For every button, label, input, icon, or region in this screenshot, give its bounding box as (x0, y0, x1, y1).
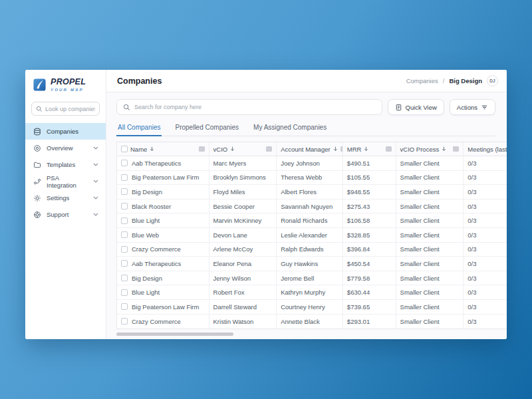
meetings-cell: 0/3 (467, 318, 476, 325)
account-manager-cell: Joey Johnson (281, 160, 320, 167)
vcio-cell: Darrell Steward (213, 303, 257, 311)
vcio-process-cell: Smaller Client (400, 318, 440, 325)
column-header-account-manager[interactable]: Account Manager (277, 142, 343, 156)
company-name-cell: Crazy Commerce (132, 318, 181, 325)
meetings-cell: 0/3 (467, 260, 476, 267)
vcio-cell: Eleanor Pena (213, 260, 252, 267)
row-checkbox[interactable] (121, 260, 128, 267)
column-header-vcio[interactable]: vCIO (209, 142, 277, 156)
table-row[interactable]: Crazy Commerce Kristin Watson Annette Bl… (117, 315, 507, 329)
row-checkbox[interactable] (121, 289, 128, 296)
mrr-cell: $328.85 (347, 231, 370, 239)
sidebar-item-templates[interactable]: Templates (25, 156, 106, 173)
breadcrumb-root[interactable]: Companies (406, 77, 438, 84)
company-name-cell: Big Design (132, 275, 162, 282)
row-checkbox[interactable] (121, 231, 128, 238)
meetings-cell: 0/3 (467, 203, 476, 210)
column-menu-icon[interactable] (453, 146, 459, 152)
table-row[interactable]: Black Rooster Bessie Cooper Savannah Ngu… (117, 200, 507, 214)
sidebar-item-overview[interactable]: Overview (25, 140, 106, 156)
row-checkbox[interactable] (121, 275, 128, 281)
sidebar-item-psa-integration[interactable]: PSA Integration (25, 173, 106, 190)
chevron-down-icon (93, 180, 98, 183)
meetings-cell: 0/3 (467, 231, 476, 239)
quick-view-button[interactable]: Quick View (388, 99, 444, 115)
sidebar-item-label: Overview (47, 144, 73, 152)
breadcrumb-separator: / (443, 77, 445, 84)
vcio-cell: Robert Fox (213, 289, 245, 296)
sort-down-icon (442, 146, 446, 152)
sort-down-icon (230, 146, 235, 152)
sidebar-item-support[interactable]: Support (25, 206, 106, 223)
column-menu-icon[interactable] (266, 146, 272, 152)
mrr-cell: $630.44 (347, 289, 370, 296)
table-row[interactable]: Blue Web Devon Lane Leslie Alexander $32… (117, 228, 507, 243)
filter-lines-icon (481, 104, 488, 111)
column-menu-icon[interactable] (386, 146, 392, 152)
table-row[interactable]: Aab Therapeutics Marc Myers Joey Johnson… (117, 156, 507, 171)
table-row[interactable]: Big Peaterson Law Firm Darrell Steward C… (117, 300, 507, 315)
vcio-cell: Marvin McKinney (213, 217, 262, 224)
row-checkbox[interactable] (121, 318, 128, 325)
row-checkbox[interactable] (121, 303, 128, 310)
user-avatar[interactable]: DJ (487, 75, 498, 86)
table-row[interactable]: Crazy Commerce Arlene McCoy Ralph Edward… (117, 243, 507, 257)
table-body: Aab Therapeutics Marc Myers Joey Johnson… (117, 156, 507, 329)
actions-button[interactable]: Actions (450, 99, 495, 115)
sort-down-icon (364, 146, 368, 152)
table-header-row: Name vCIO Account Manager (117, 142, 507, 156)
sidebar-search[interactable] (31, 102, 100, 116)
column-header-meetings[interactable]: Meetings (last 18m (464, 142, 507, 156)
column-header-mrr[interactable]: MRR (343, 142, 396, 156)
meetings-cell: 0/3 (467, 289, 476, 296)
table-row[interactable]: Big Design Jenny Wilson Jerome Bell $779… (117, 271, 507, 286)
table-row[interactable]: Big Peaterson Law Firm Brooklyn Simmons … (117, 171, 507, 186)
company-name-cell: Big Design (132, 188, 162, 196)
sidebar-item-settings[interactable]: Settings (25, 190, 106, 206)
support-icon (33, 211, 41, 219)
account-manager-cell: Savannah Nguyen (281, 203, 332, 210)
row-checkbox[interactable] (121, 246, 128, 253)
search-icon (36, 106, 43, 112)
company-name-cell: Aab Therapeutics (132, 160, 181, 167)
row-checkbox[interactable] (121, 160, 128, 166)
brand-logo: PROPEL YOUR MSP (25, 70, 106, 96)
sidebar-search-input[interactable] (45, 106, 95, 112)
chevron-down-icon (93, 213, 98, 216)
table-row[interactable]: Blue Light Marvin McKinney Ronald Richar… (117, 213, 507, 228)
table-row[interactable]: Aab Therapeutics Eleanor Pena Guy Hawkin… (117, 257, 507, 271)
table-row[interactable]: Big Design Floyd Miles Albert Flores $94… (117, 185, 507, 200)
horizontal-scrollbar-thumb[interactable] (116, 332, 233, 336)
tab-propelled-companies[interactable]: Propelled Companies (174, 122, 240, 136)
column-header-vcio-process[interactable]: vCIO Process (396, 142, 464, 156)
propel-logo-icon (33, 78, 47, 92)
table-row[interactable]: Blue Light Robert Fox Kathryn Murphy $63… (117, 285, 507, 300)
sidebar-item-companies[interactable]: Companies (25, 123, 106, 140)
mrr-cell: $396.84 (347, 245, 370, 253)
mrr-cell: $739.65 (347, 303, 370, 311)
row-checkbox[interactable] (121, 174, 128, 181)
row-checkbox[interactable] (121, 217, 128, 224)
account-manager-cell: Ralph Edwards (281, 245, 323, 253)
tab-all-companies[interactable]: All Companies (116, 122, 162, 136)
vcio-cell: Marc Myers (213, 160, 247, 167)
sidebar-item-label: Companies (47, 128, 78, 135)
company-search-input[interactable] (134, 104, 376, 110)
row-checkbox[interactable] (121, 188, 128, 195)
vcio-cell: Brooklyn Simmons (213, 174, 266, 181)
sidebar-item-label: Support (47, 211, 68, 218)
vcio-process-cell: Smaller Client (400, 174, 440, 181)
sidebar: PROPEL YOUR MSP Companies Overview (25, 70, 106, 339)
main-panel: Companies Companies / Big Design DJ (106, 70, 507, 339)
company-name-cell: Black Rooster (132, 203, 171, 210)
column-header-name[interactable]: Name (117, 142, 209, 156)
tab-my-assigned-companies[interactable]: My Assigned Companies (252, 122, 328, 136)
account-manager-cell: Leslie Alexander (281, 231, 327, 239)
select-all-checkbox[interactable] (121, 146, 128, 152)
database-icon (33, 128, 41, 136)
sort-down-icon (150, 146, 154, 152)
row-checkbox[interactable] (121, 203, 128, 209)
account-manager-cell: Courtney Henry (281, 303, 325, 311)
company-search[interactable] (116, 99, 382, 115)
column-menu-icon[interactable] (199, 146, 205, 152)
